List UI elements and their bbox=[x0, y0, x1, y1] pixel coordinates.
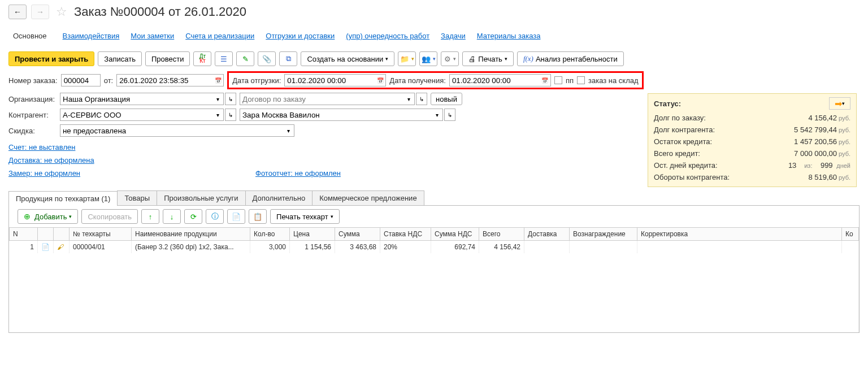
info-icon[interactable]: ⓘ bbox=[206, 209, 224, 224]
users-icon[interactable]: 👥 bbox=[419, 51, 437, 66]
col-n[interactable]: N bbox=[10, 228, 38, 241]
col-korr[interactable]: Корректировка bbox=[637, 228, 842, 241]
col-reward[interactable]: Вознаграждение bbox=[570, 228, 637, 241]
refresh-icon[interactable]: ⟳ bbox=[184, 209, 202, 224]
calendar-icon[interactable]: 📅 bbox=[375, 74, 386, 86]
move-down-icon[interactable]: ↓ bbox=[163, 209, 181, 224]
tab-tasks[interactable]: Задачи bbox=[441, 29, 466, 42]
save-button[interactable]: Записать bbox=[98, 51, 142, 66]
back-button[interactable]: ← bbox=[8, 5, 27, 19]
pp-label: пп bbox=[566, 76, 574, 85]
copy-doc-icon[interactable]: 📄 bbox=[227, 209, 245, 224]
discount-input[interactable] bbox=[60, 124, 283, 137]
tab-goods[interactable]: Товары bbox=[117, 190, 157, 205]
table-toolbar: Добавить Скопировать ↑ ↓ ⟳ ⓘ 📄 📋 Печать … bbox=[8, 206, 860, 227]
post-and-close-button[interactable]: Провести и закрыть bbox=[8, 51, 94, 66]
contract-input[interactable] bbox=[240, 93, 403, 105]
credit-rest-label: Остаток кредита: bbox=[654, 137, 712, 146]
open-icon[interactable]: ↳ bbox=[444, 109, 455, 121]
favorite-star-icon[interactable]: ☆ bbox=[56, 5, 67, 19]
tab-invoices[interactable]: Счета и реализации bbox=[185, 29, 254, 42]
tab-services[interactable]: Произвольные услуги bbox=[157, 190, 245, 205]
ship-date-input[interactable] bbox=[284, 74, 375, 86]
status-panel: Статус: ➡ Долг по заказу: 4 156,42руб. Д… bbox=[648, 93, 857, 187]
dropdown-icon[interactable]: ▾ bbox=[403, 93, 415, 105]
col-vatrate[interactable]: Ставка НДС bbox=[380, 228, 431, 241]
dtkt-icon[interactable]: ДтКт bbox=[193, 51, 211, 66]
recv-date-input[interactable] bbox=[449, 74, 540, 86]
open-icon[interactable]: ↳ bbox=[416, 93, 427, 105]
tab-workorder[interactable]: (упр) очередность работ bbox=[346, 29, 429, 42]
col-ko[interactable]: Ко bbox=[842, 228, 859, 241]
order-debt-value: 4 156,42 bbox=[808, 114, 837, 122]
copy-button[interactable]: Скопировать bbox=[81, 209, 138, 224]
credit-total-label: Всего кредит: bbox=[654, 149, 700, 158]
recv-date-label: Дата получения: bbox=[389, 76, 446, 85]
attach-icon[interactable]: 📎 bbox=[258, 51, 276, 66]
col-icon1[interactable] bbox=[38, 228, 54, 241]
col-icon2[interactable] bbox=[54, 228, 70, 241]
calendar-icon[interactable]: 📅 bbox=[540, 74, 551, 86]
dropdown-icon[interactable]: ▾ bbox=[212, 109, 224, 121]
col-sum[interactable]: Сумма bbox=[335, 228, 380, 241]
col-delivery[interactable]: Доставка bbox=[524, 228, 570, 241]
order-no-input[interactable] bbox=[61, 74, 101, 86]
turnover-label: Обороты контрагента: bbox=[654, 173, 730, 181]
calendar-icon[interactable]: 📅 bbox=[212, 74, 224, 86]
invoice-link[interactable]: Счет: не выставлен bbox=[8, 143, 75, 151]
tab-materials[interactable]: Материалы заказа bbox=[477, 29, 541, 42]
col-qty[interactable]: Кол-во bbox=[250, 228, 290, 241]
open-icon[interactable]: ↳ bbox=[225, 93, 236, 105]
tab-offer[interactable]: Коммерческое предложение bbox=[312, 190, 424, 205]
print-button[interactable]: 🖨 Печать bbox=[462, 51, 514, 66]
order-debt-label: Долг по заказу: bbox=[654, 114, 706, 122]
table-row[interactable]: 1 📄 🖌 000004/01 (Банер 3.2 (360 dpi) 1x2… bbox=[10, 241, 859, 254]
ship-date-label: Дата отгрузки: bbox=[232, 76, 281, 85]
to-stock-checkbox[interactable] bbox=[577, 76, 585, 84]
section-tabs: Основное Взаимодействия Мои заметки Счет… bbox=[0, 24, 868, 48]
measure-link[interactable]: Замер: не оформлен bbox=[8, 169, 80, 177]
col-name[interactable]: Наименование продукции bbox=[132, 228, 250, 241]
col-total[interactable]: Всего bbox=[479, 228, 524, 241]
tool-icon: 🖌 bbox=[57, 243, 64, 251]
pp-checkbox[interactable] bbox=[554, 76, 562, 84]
create-based-button[interactable]: Создать на основании bbox=[301, 51, 394, 66]
main-toolbar: Провести и закрыть Записать Провести ДтК… bbox=[0, 48, 868, 70]
org-input[interactable] bbox=[60, 93, 212, 105]
date-input[interactable] bbox=[116, 74, 212, 86]
structure-icon[interactable]: ⧉ bbox=[279, 51, 297, 66]
list-icon[interactable]: ☰ bbox=[215, 51, 233, 66]
store-input[interactable] bbox=[240, 109, 432, 121]
folder-icon[interactable]: 📁 bbox=[398, 51, 416, 66]
tab-interactions[interactable]: Взаимодействия bbox=[63, 29, 120, 42]
move-up-icon[interactable]: ↑ bbox=[141, 209, 159, 224]
cp-debt-value: 5 542 799,44 bbox=[794, 125, 837, 134]
gear-icon[interactable]: ⚙ bbox=[441, 51, 459, 66]
photoreport-link[interactable]: Фотоотчет: не оформлен bbox=[255, 169, 341, 177]
add-button[interactable]: Добавить bbox=[18, 209, 78, 224]
col-vatsum[interactable]: Сумма НДС bbox=[431, 228, 479, 241]
tab-main[interactable]: Основное bbox=[8, 29, 51, 42]
status-arrow-button[interactable]: ➡ bbox=[829, 97, 850, 110]
col-tcno[interactable]: № техкарты bbox=[70, 228, 132, 241]
post-button[interactable]: Провести bbox=[145, 51, 190, 66]
forward-button[interactable]: → bbox=[31, 5, 49, 19]
tab-notes[interactable]: Мои заметки bbox=[131, 29, 174, 42]
dropdown-icon[interactable]: ▾ bbox=[283, 124, 294, 137]
print-tc-button[interactable]: Печать техкарт bbox=[270, 209, 340, 224]
tab-extra[interactable]: Дополнительно bbox=[245, 190, 313, 205]
counterparty-input[interactable] bbox=[60, 109, 212, 121]
to-stock-label: заказ на склад bbox=[588, 76, 639, 85]
delivery-link[interactable]: Доставка: не оформлена bbox=[8, 156, 94, 164]
edit-icon[interactable]: ✎ bbox=[236, 51, 254, 66]
dropdown-icon[interactable]: ▾ bbox=[432, 109, 443, 121]
open-icon[interactable]: ↳ bbox=[225, 109, 236, 121]
tab-shipments[interactable]: Отгрузки и доставки bbox=[266, 29, 335, 42]
paste-icon[interactable]: 📋 bbox=[249, 209, 267, 224]
credit-days-max: 999 bbox=[821, 161, 833, 170]
new-contract-button[interactable]: новый bbox=[431, 93, 462, 105]
dropdown-icon[interactable]: ▾ bbox=[212, 93, 224, 105]
tab-products[interactable]: Продукция по техкартам (1) bbox=[8, 191, 118, 206]
profitability-button[interactable]: f(x) Анализ рентабельности bbox=[517, 51, 624, 66]
col-price[interactable]: Цена bbox=[290, 228, 335, 241]
